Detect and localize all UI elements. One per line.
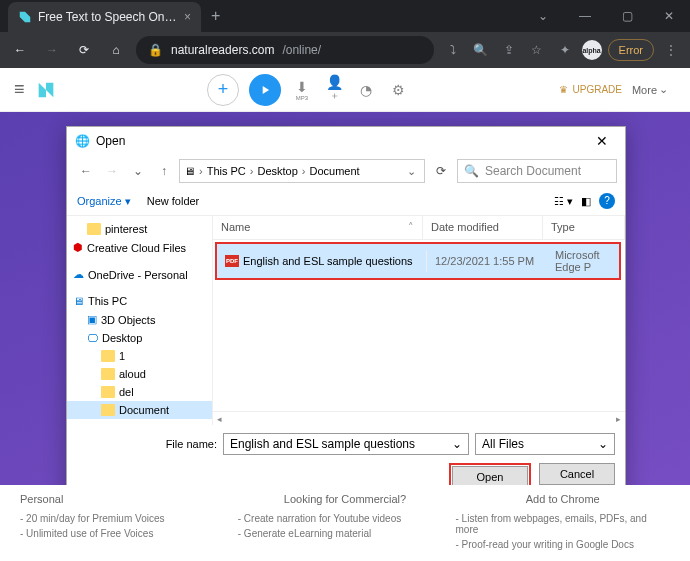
tree-item-folder-document[interactable]: Document bbox=[67, 401, 212, 419]
install-icon[interactable]: ⤵ bbox=[442, 39, 464, 61]
dlg-up-button[interactable]: ↑ bbox=[153, 164, 175, 178]
footer-item: - Create narration for Youtube videos bbox=[238, 513, 453, 524]
col-type[interactable]: Type bbox=[543, 216, 625, 239]
tree-item-folder-aloud[interactable]: aloud bbox=[67, 365, 212, 383]
menu-icon[interactable]: ⋮ bbox=[660, 39, 682, 61]
cancel-button[interactable]: Cancel bbox=[539, 463, 615, 485]
upgrade-button[interactable]: ♛ UPGRADE bbox=[559, 84, 621, 95]
chevron-down-icon[interactable]: ⌄ bbox=[452, 437, 462, 451]
footer-col-commercial: Looking for Commercial? - Create narrati… bbox=[238, 493, 453, 551]
file-list-header: Name ˄ Date modified Type bbox=[213, 216, 625, 240]
file-open-dialog: 🌐 Open ✕ ← → ⌄ ↑ 🖥 › This PC › Desktop ›… bbox=[66, 126, 626, 500]
star-icon[interactable]: ☆ bbox=[526, 39, 548, 61]
breadcrumb-item[interactable]: Document bbox=[310, 165, 360, 177]
organize-menu[interactable]: Organize ▾ bbox=[77, 195, 131, 208]
tree-item-desktop[interactable]: 🖵 Desktop bbox=[67, 329, 212, 347]
extensions-icon[interactable]: ✦ bbox=[554, 39, 576, 61]
chrome-icon: 🌐 bbox=[75, 134, 90, 148]
dlg-back-button[interactable]: ← bbox=[75, 164, 97, 178]
file-type-filter[interactable]: All Files⌄ bbox=[475, 433, 615, 455]
mp3-download-icon[interactable]: ⬇MP3 bbox=[291, 79, 313, 101]
search-placeholder: Search Document bbox=[485, 164, 581, 178]
add-button[interactable]: + bbox=[207, 74, 239, 106]
dropdown-icon[interactable]: ⌄ bbox=[522, 1, 564, 31]
tree-item-folder-1[interactable]: 1 bbox=[67, 347, 212, 365]
tree-item-folder-del[interactable]: del bbox=[67, 383, 212, 401]
lock-icon: 🔒 bbox=[148, 43, 163, 57]
pc-icon: 🖥 bbox=[184, 165, 195, 177]
footer-item: - Unlimited use of Free Voices bbox=[20, 528, 235, 539]
tree-item-this-pc[interactable]: 🖥 This PC bbox=[67, 292, 212, 310]
address-bar[interactable]: 🔒 naturalreaders.com/online/ bbox=[136, 36, 434, 64]
footer-item: - Proof-read your writing in Google Docs bbox=[456, 539, 671, 550]
file-name: English and ESL sample questions bbox=[243, 255, 413, 267]
tab-close-icon[interactable]: × bbox=[184, 10, 191, 24]
app-logo bbox=[35, 79, 57, 101]
footer-item: - Listen from webpages, emails, PDFs, an… bbox=[456, 513, 671, 535]
tree-item-3d-objects[interactable]: ▣ 3D Objects bbox=[67, 310, 212, 329]
file-date: 12/23/2021 1:55 PM bbox=[427, 250, 547, 272]
close-window-button[interactable]: ✕ bbox=[648, 1, 690, 31]
share-icon[interactable]: ⇪ bbox=[498, 39, 520, 61]
file-type: Microsoft Edge P bbox=[547, 244, 619, 278]
search-icon: 🔍 bbox=[464, 164, 479, 178]
footer-item: - 20 min/day for Premium Voices bbox=[20, 513, 235, 524]
breadcrumb-item[interactable]: This PC bbox=[207, 165, 246, 177]
error-button[interactable]: Error bbox=[608, 39, 654, 61]
tree-item-onedrive[interactable]: ☁ OneDrive - Personal bbox=[67, 265, 212, 284]
minimize-button[interactable]: — bbox=[564, 1, 606, 31]
help-button[interactable]: ? bbox=[599, 193, 615, 209]
play-icon bbox=[258, 83, 272, 97]
3d-icon: ▣ bbox=[87, 313, 97, 326]
profile-avatar[interactable]: alpha bbox=[582, 40, 602, 60]
dialog-title: Open bbox=[96, 134, 125, 148]
col-name[interactable]: Name ˄ bbox=[213, 216, 423, 239]
hamburger-icon[interactable]: ≡ bbox=[14, 79, 25, 100]
browser-tab[interactable]: Free Text to Speech Online with N × bbox=[8, 2, 201, 32]
preview-pane-button[interactable]: ◧ bbox=[581, 195, 591, 208]
back-button[interactable]: ← bbox=[8, 38, 32, 62]
folder-tree: pinterest ⬢ Creative Cloud Files ☁ OneDr… bbox=[67, 216, 213, 425]
chevron-down-icon[interactable]: ⌄ bbox=[598, 437, 608, 451]
file-row[interactable]: PDFEnglish and ESL sample questions 12/2… bbox=[215, 242, 621, 280]
more-menu[interactable]: More ⌄ bbox=[632, 83, 676, 96]
footer-col-chrome: Add to Chrome - Listen from webpages, em… bbox=[456, 493, 671, 551]
refresh-button[interactable]: ⟳ bbox=[429, 164, 453, 178]
filename-label: File name: bbox=[77, 438, 217, 450]
search-box[interactable]: 🔍 Search Document bbox=[457, 159, 617, 183]
chevron-down-icon: ⌄ bbox=[659, 83, 668, 96]
home-button[interactable]: ⌂ bbox=[104, 38, 128, 62]
tree-item-pinterest[interactable]: pinterest bbox=[67, 220, 212, 238]
browser-toolbar: ← → ⟳ ⌂ 🔒 naturalreaders.com/online/ ⤵ 🔍… bbox=[0, 32, 690, 68]
voice-icon[interactable]: 👤⁺ bbox=[323, 74, 345, 106]
tab-title: Free Text to Speech Online with N bbox=[38, 10, 178, 24]
horizontal-scrollbar[interactable]: ◂▸ bbox=[213, 411, 625, 425]
forward-button[interactable]: → bbox=[40, 38, 64, 62]
breadcrumb[interactable]: 🖥 › This PC › Desktop › Document ⌄ bbox=[179, 159, 425, 183]
filename-input[interactable]: English and ESL sample questions⌄ bbox=[223, 433, 469, 455]
reload-button[interactable]: ⟳ bbox=[72, 38, 96, 62]
window-controls: ⌄ — ▢ ✕ bbox=[522, 1, 690, 31]
speed-icon[interactable]: ◔ bbox=[355, 82, 377, 98]
onedrive-icon: ☁ bbox=[73, 268, 84, 281]
dlg-forward-button[interactable]: → bbox=[101, 164, 123, 178]
tree-item-creative-cloud[interactable]: ⬢ Creative Cloud Files bbox=[67, 238, 212, 257]
page-footer: Personal - 20 min/day for Premium Voices… bbox=[0, 485, 690, 561]
zoom-icon[interactable]: 🔍 bbox=[470, 39, 492, 61]
col-date[interactable]: Date modified bbox=[423, 216, 543, 239]
breadcrumb-dropdown-icon[interactable]: ⌄ bbox=[403, 165, 420, 178]
maximize-button[interactable]: ▢ bbox=[606, 1, 648, 31]
dlg-recent-button[interactable]: ⌄ bbox=[127, 164, 149, 178]
desktop-icon: 🖵 bbox=[87, 332, 98, 344]
crown-icon: ♛ bbox=[559, 84, 568, 95]
breadcrumb-item[interactable]: Desktop bbox=[257, 165, 297, 177]
dialog-close-button[interactable]: ✕ bbox=[587, 133, 617, 149]
footer-col-personal: Personal - 20 min/day for Premium Voices… bbox=[20, 493, 235, 551]
settings-icon[interactable]: ⚙ bbox=[387, 82, 409, 98]
site-favicon bbox=[18, 10, 32, 24]
new-folder-button[interactable]: New folder bbox=[147, 195, 200, 207]
play-button[interactable] bbox=[249, 74, 281, 106]
new-tab-button[interactable]: + bbox=[201, 7, 230, 25]
dialog-toolbar: Organize ▾ New folder ☷ ▾ ◧ ? bbox=[67, 187, 625, 216]
view-mode-button[interactable]: ☷ ▾ bbox=[554, 195, 573, 208]
